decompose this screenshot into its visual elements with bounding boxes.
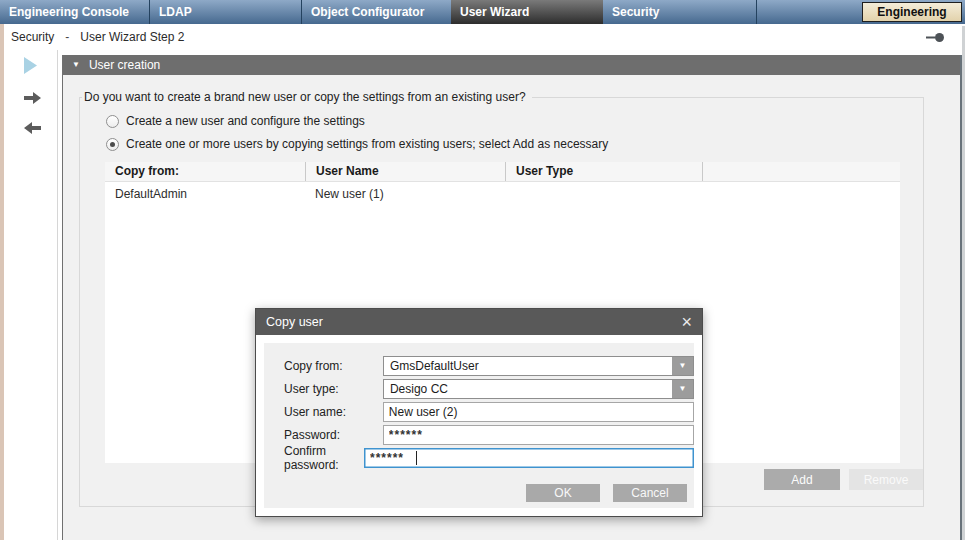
tabbar-spacer bbox=[756, 0, 862, 24]
confirm-password-input[interactable] bbox=[364, 448, 694, 468]
radio-row-copy-user: Create one or more users by copying sett… bbox=[106, 137, 608, 151]
copy-user-dialog: Copy user × Copy from: GmsDefaultUser ▼ … bbox=[255, 308, 703, 517]
app-window: Engineering Console LDAP Object Configur… bbox=[0, 0, 965, 540]
table-row[interactable]: DefaultAdmin New user (1) bbox=[105, 182, 900, 206]
user-name-label: User name: bbox=[284, 405, 383, 419]
field-row-copy-from: Copy from: GmsDefaultUser ▼ bbox=[264, 354, 694, 377]
copy-from-value: GmsDefaultUser bbox=[384, 357, 672, 375]
copy-from-label: Copy from: bbox=[284, 359, 383, 373]
text-caret bbox=[416, 451, 417, 465]
tab-object-configurator[interactable]: Object Configurator bbox=[301, 0, 451, 24]
dropdown-arrow-icon[interactable]: ▼ bbox=[672, 380, 693, 398]
field-row-user-name: User name: bbox=[264, 400, 694, 423]
user-type-select[interactable]: Desigo CC ▼ bbox=[383, 379, 694, 399]
forward-arrow-icon[interactable] bbox=[24, 90, 41, 108]
radio-new-user-label: Create a new user and configure the sett… bbox=[126, 114, 365, 128]
tab-security[interactable]: Security bbox=[603, 0, 756, 24]
dropdown-arrow-icon[interactable]: ▼ bbox=[672, 357, 693, 375]
tab-ldap[interactable]: LDAP bbox=[149, 0, 301, 24]
back-arrow-icon[interactable] bbox=[24, 120, 41, 138]
field-row-confirm-password: Confirm password: bbox=[264, 446, 694, 469]
cell-copy-from: DefaultAdmin bbox=[105, 182, 305, 206]
cell-user-name: New user (1) bbox=[305, 182, 505, 206]
confirm-password-label: Confirm password: bbox=[284, 444, 364, 472]
table-header-row: Copy from: User Name User Type bbox=[105, 162, 900, 182]
top-tab-bar: Engineering Console LDAP Object Configur… bbox=[0, 0, 965, 24]
user-type-label: User type: bbox=[284, 382, 383, 396]
copy-from-select[interactable]: GmsDefaultUser ▼ bbox=[383, 356, 694, 376]
breadcrumb-root[interactable]: Security bbox=[11, 30, 54, 44]
breadcrumb: Security - User Wizard Step 2 bbox=[0, 24, 965, 50]
col-header-user-type[interactable]: User Type bbox=[505, 162, 702, 181]
mode-button-wrap: Engineering bbox=[862, 0, 965, 24]
dialog-title-bar[interactable]: Copy user × bbox=[256, 309, 702, 335]
wizard-sidebar bbox=[4, 50, 58, 540]
password-input[interactable] bbox=[383, 425, 694, 445]
close-icon[interactable]: × bbox=[681, 313, 692, 331]
radio-row-new-user: Create a new user and configure the sett… bbox=[106, 114, 365, 128]
user-creation-header[interactable]: ▼ User creation bbox=[63, 55, 960, 75]
ok-button[interactable]: OK bbox=[526, 484, 600, 502]
breadcrumb-separator: - bbox=[65, 30, 69, 44]
tab-engineering-console[interactable]: Engineering Console bbox=[0, 0, 149, 24]
collapse-triangle-icon[interactable]: ▼ bbox=[72, 61, 80, 69]
dialog-title: Copy user bbox=[266, 315, 323, 329]
user-name-input[interactable] bbox=[383, 402, 694, 422]
user-type-value: Desigo CC bbox=[384, 380, 672, 398]
cancel-button[interactable]: Cancel bbox=[613, 484, 687, 502]
cell-empty bbox=[702, 182, 900, 206]
radio-copy-user[interactable] bbox=[106, 138, 119, 151]
col-header-user-name[interactable]: User Name bbox=[305, 162, 505, 181]
dialog-body: Copy from: GmsDefaultUser ▼ User type: D… bbox=[264, 343, 694, 508]
breadcrumb-current: User Wizard Step 2 bbox=[80, 30, 184, 44]
remove-button[interactable]: Remove bbox=[849, 469, 923, 490]
confirm-password-wrap bbox=[364, 448, 694, 468]
cell-user-type bbox=[505, 182, 702, 206]
play-icon[interactable] bbox=[24, 57, 37, 78]
password-label: Password: bbox=[284, 428, 383, 442]
panel-title: User creation bbox=[89, 58, 160, 72]
dialog-buttons: OK Cancel bbox=[526, 484, 687, 502]
pin-icon[interactable] bbox=[926, 32, 945, 43]
add-button[interactable]: Add bbox=[764, 469, 840, 490]
groupbox-question: Do you want to create a brand new user o… bbox=[82, 90, 532, 104]
col-header-empty[interactable] bbox=[702, 162, 900, 181]
col-header-copy-from[interactable]: Copy from: bbox=[105, 162, 305, 181]
radio-new-user[interactable] bbox=[106, 115, 119, 128]
radio-copy-user-label: Create one or more users by copying sett… bbox=[126, 137, 608, 151]
tab-user-wizard[interactable]: User Wizard bbox=[451, 0, 603, 24]
field-row-user-type: User type: Desigo CC ▼ bbox=[264, 377, 694, 400]
engineering-mode-button[interactable]: Engineering bbox=[862, 2, 962, 22]
